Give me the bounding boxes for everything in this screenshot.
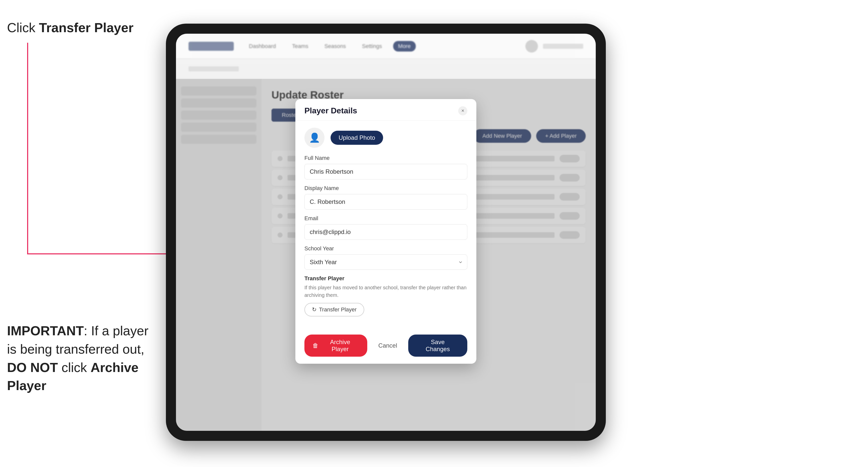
- breadcrumb: [189, 66, 239, 71]
- instruction-click-text: Click: [7, 20, 39, 35]
- instruction-bottom: IMPORTANT: If a player is being transfer…: [7, 322, 153, 395]
- school-year-group: School Year First Year Second Year Third…: [304, 245, 467, 270]
- instruction-click-bold: Transfer Player: [39, 20, 133, 35]
- app-bar-right: [525, 40, 583, 53]
- school-year-label: School Year: [304, 245, 467, 252]
- tablet-screen: Dashboard Teams Seasons Settings More: [176, 34, 596, 431]
- transfer-description: If this player has moved to another scho…: [304, 284, 467, 299]
- photo-section: 👤 Upload Photo: [304, 128, 467, 148]
- instruction-top: Click Transfer Player: [7, 20, 133, 35]
- nav-settings: Settings: [357, 41, 387, 52]
- nav-teams: Teams: [287, 41, 313, 52]
- archive-player-button[interactable]: 🗑 Archive Player: [304, 335, 367, 357]
- app-nav: Dashboard Teams Seasons Settings More: [244, 41, 515, 52]
- email-group: Email: [304, 215, 467, 240]
- page-wrapper: Click Transfer Player IMPORTANT: If a pl…: [0, 0, 868, 467]
- sub-bar: [176, 59, 596, 79]
- full-name-group: Full Name: [304, 155, 467, 180]
- do-not-label: DO NOT: [7, 360, 58, 375]
- display-name-group: Display Name: [304, 185, 467, 210]
- school-year-select[interactable]: First Year Second Year Third Year Fourth…: [304, 254, 467, 270]
- full-name-label: Full Name: [304, 155, 467, 161]
- tablet-device: Dashboard Teams Seasons Settings More: [166, 24, 606, 441]
- transfer-section-label: Transfer Player: [304, 275, 467, 282]
- transfer-player-button[interactable]: ↻ Transfer Player: [304, 303, 364, 316]
- transfer-icon: ↻: [312, 306, 316, 313]
- cancel-button[interactable]: Cancel: [372, 338, 403, 353]
- app-bar: Dashboard Teams Seasons Settings More: [176, 34, 596, 59]
- nav-more: More: [393, 41, 416, 52]
- archive-icon: 🗑: [312, 342, 318, 349]
- dialog-overlay: Player Details × 👤 Upload Photo: [176, 79, 596, 431]
- archive-btn-label: Archive Player: [321, 339, 359, 353]
- app-logo: [189, 42, 234, 51]
- transfer-btn-label: Transfer Player: [319, 306, 357, 313]
- dialog-title: Player Details: [304, 106, 357, 115]
- nav-seasons: Seasons: [319, 41, 351, 52]
- dialog-header: Player Details ×: [296, 99, 476, 121]
- upload-photo-button[interactable]: Upload Photo: [331, 131, 383, 145]
- transfer-player-section: Transfer Player If this player has moved…: [304, 275, 467, 316]
- display-name-label: Display Name: [304, 185, 467, 191]
- full-name-input[interactable]: [304, 164, 467, 180]
- avatar-placeholder: 👤: [304, 128, 324, 148]
- important-label: IMPORTANT: [7, 323, 84, 338]
- dialog-body: 👤 Upload Photo Full Name: [296, 121, 476, 330]
- close-button[interactable]: ×: [458, 106, 467, 115]
- display-name-input[interactable]: [304, 194, 467, 210]
- nav-dashboard: Dashboard: [244, 41, 281, 52]
- avatar-icon: 👤: [309, 132, 320, 143]
- player-details-dialog: Player Details × 👤 Upload Photo: [296, 99, 476, 364]
- main-content: Update Roster Roster Stats Add New Playe…: [176, 79, 596, 431]
- email-input[interactable]: [304, 224, 467, 240]
- user-avatar-bar: [525, 40, 538, 53]
- red-line-vertical: [27, 43, 28, 254]
- user-name-bar: [543, 44, 583, 49]
- dialog-footer: 🗑 Archive Player Cancel Save Changes: [296, 330, 476, 364]
- email-label: Email: [304, 215, 467, 222]
- save-changes-button[interactable]: Save Changes: [408, 335, 467, 357]
